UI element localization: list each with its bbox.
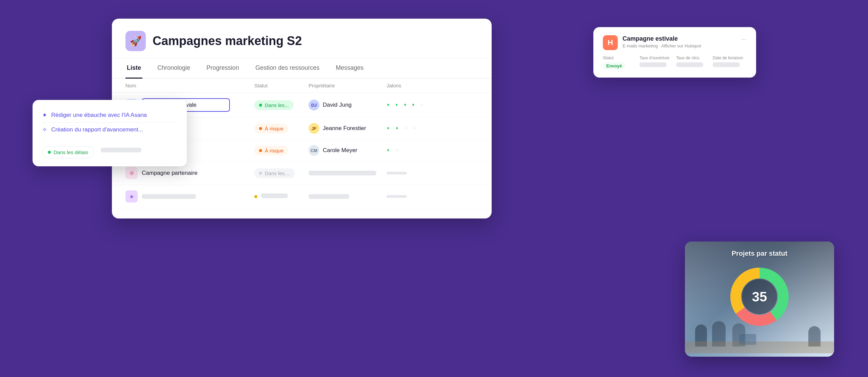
- hs-col-header: Date de livraison: [713, 56, 747, 60]
- col-statut: Statut: [254, 83, 309, 88]
- chart-card: Projets par statut 35: [685, 242, 834, 357]
- status-cell: À risque: [254, 124, 309, 133]
- hubspot-title: Campagne estivale: [623, 35, 701, 42]
- row-name-cell: ❊ Campagne partenaire: [125, 167, 254, 179]
- status-pill: Dans les délais: [42, 146, 94, 158]
- table-header: Nom Statut Propriétaire Jalons: [112, 79, 492, 93]
- status-dot: [259, 104, 262, 107]
- diamond-2: ⬦: [395, 147, 403, 154]
- status-badge-orange: À risque: [254, 124, 288, 133]
- diamond-1: ⬧: [387, 125, 394, 132]
- table-row: ★: [112, 185, 492, 208]
- status-cell: Dans les....: [254, 168, 309, 178]
- milestones-cell: [387, 195, 427, 198]
- hubspot-card: H Campagne estivale E-mails marketing · …: [593, 27, 756, 78]
- tab-chronologie[interactable]: Chronologie: [156, 58, 192, 79]
- status-cell: Dans les...: [254, 100, 309, 110]
- avatar: CM: [309, 145, 319, 156]
- ai-suggestion-card: ✦ Rédiger une ébauche avec l'IA Asana ✧ …: [33, 100, 187, 166]
- status-dot: [48, 151, 51, 154]
- sent-badge: Envoyé: [603, 62, 625, 69]
- more-options-icon[interactable]: ···: [741, 35, 747, 43]
- owner-cell: JF Jeanne Forestier: [309, 123, 387, 134]
- skeleton: [261, 193, 288, 198]
- hs-col-clics: Taux de clics: [676, 56, 710, 69]
- hs-col-header: Taux de clics: [676, 56, 710, 60]
- skeleton-bar: [387, 195, 407, 198]
- diamond-4: ⬧: [412, 101, 419, 109]
- page-title: Campagnes marketing S2: [153, 34, 302, 48]
- status-cell: À risque: [254, 146, 309, 155]
- status-badge-green: Dans les...: [254, 100, 294, 110]
- row-icon: ★: [125, 190, 138, 203]
- skeleton: [309, 194, 349, 199]
- hubspot-logo-letter: H: [608, 38, 613, 47]
- chart-center-value: 35: [752, 289, 767, 305]
- tab-bar: Liste Chronologie Progression Gestion de…: [112, 58, 492, 79]
- milestones-cell: ⬧ ⬧ ⬦ ⬦: [387, 125, 427, 132]
- tab-progression[interactable]: Progression: [205, 58, 240, 79]
- avatar: DJ: [309, 100, 319, 110]
- status-dot: [259, 127, 262, 130]
- skeleton: [101, 148, 141, 152]
- hubspot-header: H Campagne estivale E-mails marketing · …: [603, 35, 747, 50]
- milestones-cell: [387, 172, 427, 174]
- skeleton: [309, 171, 376, 175]
- milestones-cell: ⬧ ⬧ ⬧ ⬧ ⬦: [387, 101, 427, 109]
- status-dot: [259, 172, 262, 175]
- diamond-4: ⬦: [413, 125, 420, 132]
- diamond-2: ⬧: [395, 101, 402, 109]
- diamond-5: ⬦: [420, 101, 427, 109]
- ai-spinner-icon: ✧: [42, 126, 47, 133]
- row-name-cell: ★: [125, 190, 254, 203]
- hubspot-table: Statut Envoyé Taux d'ouverture Taux de c…: [603, 56, 747, 69]
- chart-title: Projets par statut: [732, 250, 787, 257]
- skeleton: [676, 62, 703, 67]
- hs-col-header: Taux d'ouverture: [639, 56, 673, 60]
- ai-sparkle-icon: ✦: [42, 111, 47, 119]
- hubspot-subtitle: E-mails marketing · Afficher sur Hubspot: [623, 43, 701, 48]
- card-header: 🚀 Campagnes marketing S2: [112, 19, 492, 58]
- diamond-1: ⬧: [387, 147, 394, 154]
- status-dot: [259, 149, 262, 152]
- owner-cell: [309, 171, 387, 175]
- hs-col-header: Statut: [603, 56, 637, 60]
- status-badge-orange: À risque: [254, 146, 288, 155]
- avatar: JF: [309, 123, 319, 134]
- milestones-cell: ⬧ ⬦: [387, 147, 427, 154]
- status-cell: [254, 193, 309, 200]
- ai-item-2[interactable]: ✧ Création du rapport d'avancement...: [42, 123, 177, 137]
- hubspot-info: Campagne estivale E-mails marketing · Af…: [623, 35, 701, 48]
- skeleton: [142, 194, 196, 199]
- hubspot-icon: H: [603, 35, 618, 50]
- status-badge-muted: Dans les....: [254, 168, 295, 178]
- col-nom: Nom: [125, 83, 254, 88]
- skeleton: [639, 62, 667, 67]
- hs-col-livraison: Date de livraison: [713, 56, 747, 69]
- tab-gestion[interactable]: Gestion des ressources: [254, 58, 321, 79]
- tab-liste[interactable]: Liste: [125, 58, 142, 79]
- diamond-3: ⬦: [404, 125, 412, 132]
- owner-cell: CM Carole Meyer: [309, 145, 387, 156]
- skeleton: [713, 62, 740, 67]
- hs-col-ouverture: Taux d'ouverture: [639, 56, 673, 69]
- owner-cell: [309, 194, 387, 199]
- diamond-3: ⬧: [403, 101, 411, 109]
- status-dot: [254, 195, 257, 198]
- col-jalons: Jalons: [387, 83, 427, 88]
- diamond-1: ⬧: [387, 101, 394, 109]
- diamond-2: ⬧: [395, 125, 403, 132]
- skeleton-bar: [387, 172, 407, 174]
- row-icon: ❊: [125, 167, 138, 179]
- app-icon: 🚀: [125, 31, 146, 51]
- col-proprietaire: Propriétaire: [309, 83, 387, 88]
- tab-messages[interactable]: Messages: [334, 58, 365, 79]
- chart-overlay: Projets par statut 35: [685, 242, 834, 357]
- donut-chart: 35: [726, 263, 793, 331]
- hs-col-statut: Statut Envoyé: [603, 56, 637, 69]
- ai-item-1[interactable]: ✦ Rédiger une ébauche avec l'IA Asana: [42, 108, 177, 122]
- owner-cell: DJ David Jung: [309, 100, 387, 110]
